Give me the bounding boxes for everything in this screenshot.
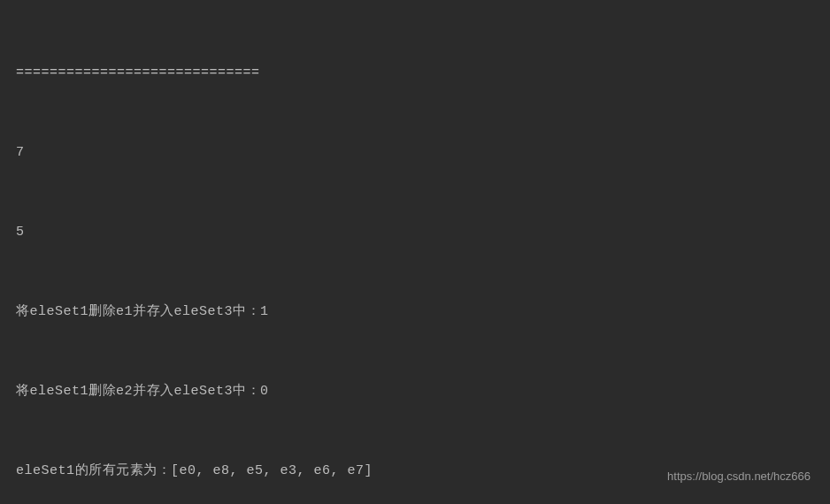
watermark-text: https://blog.csdn.net/hcz666: [667, 465, 811, 488]
output-line: 将eleSet1删除e1并存入eleSet3中：1: [16, 299, 814, 325]
output-line: =============================: [16, 60, 814, 87]
output-line: 7: [16, 140, 814, 166]
console-output[interactable]: ============================= 7 5 将eleSe…: [16, 7, 814, 504]
output-line: 5: [16, 219, 814, 246]
output-line: 将eleSet1删除e2并存入eleSet3中：0: [16, 378, 814, 405]
